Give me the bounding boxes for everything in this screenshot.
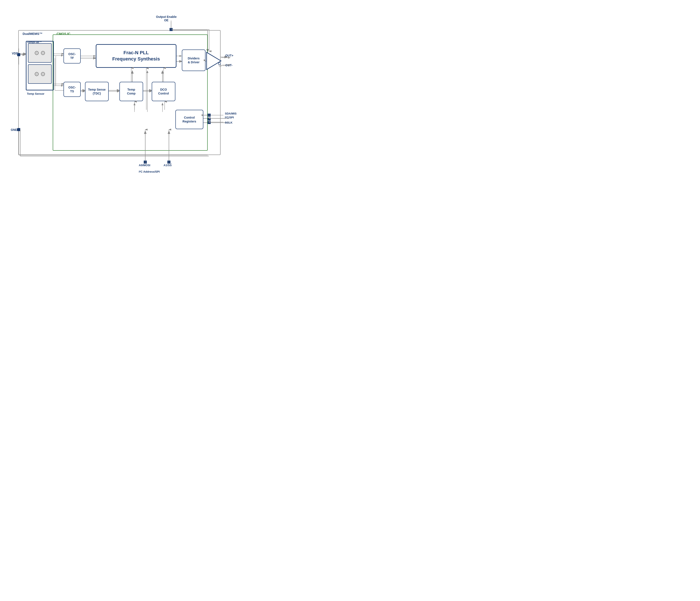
a0-mosi-label: A0/MOSI bbox=[139, 164, 150, 167]
temp-sense-block: Temp Sense (TDC) bbox=[85, 82, 109, 101]
dividers-driver-block: Dividers & Driver bbox=[182, 49, 205, 71]
vdd-pin bbox=[17, 53, 20, 56]
a1-ss-pin bbox=[168, 161, 170, 164]
osc-tf-block: OSC- TF bbox=[64, 48, 81, 64]
sclk-label: SCLK bbox=[225, 121, 232, 124]
frac-n-pll-block: Frac-N PLL Frequency Synthesis bbox=[96, 44, 176, 68]
a0-mosi-pin bbox=[144, 161, 147, 164]
output-enable-label: Output Enable OE bbox=[156, 15, 177, 22]
dualmems-label: DualMEMS™ bbox=[23, 32, 43, 35]
osc-ts-block: OSC- TS bbox=[64, 82, 81, 97]
i2c-spi-pin bbox=[208, 118, 211, 121]
sda-miso-pin bbox=[208, 114, 211, 117]
temp-sensor-resonator: ⚙⚙ bbox=[28, 64, 52, 84]
svg-marker-33 bbox=[206, 52, 221, 70]
svg-point-34 bbox=[219, 63, 221, 65]
temp-comp-block: Temp Comp bbox=[120, 82, 143, 101]
temp-sensor-label: Temp Sensor bbox=[27, 92, 44, 95]
a1-ss-label: A1/SS bbox=[164, 164, 172, 167]
dco-control-block: DCO Control bbox=[152, 82, 175, 101]
sclk-pin bbox=[208, 121, 211, 124]
cmos-ic-label: CMOS IC bbox=[57, 32, 70, 35]
block-diagram: DualMEMS™ CMOS IC ⚙⚙ ⚙⚙ TempFlat™ Temp S… bbox=[5, 8, 231, 185]
control-registers-block: Control Registers bbox=[175, 110, 203, 129]
oe-pin bbox=[170, 28, 173, 31]
i2c-spi-label: I²C/SPI bbox=[225, 116, 234, 119]
i2c-address-spi-label: I²C Address/SPI bbox=[139, 170, 160, 173]
gnd-pin bbox=[17, 128, 20, 131]
out-plus-label: OUT+ bbox=[225, 54, 233, 57]
amplifier-triangle bbox=[205, 51, 223, 71]
sda-miso-label: SDA/MISO bbox=[225, 112, 237, 115]
out-minus-label: OUT- bbox=[225, 64, 232, 67]
gnd-label: GND bbox=[11, 128, 18, 131]
osc-tf-resonator: ⚙⚙ bbox=[28, 43, 52, 63]
tempflat-box: ⚙⚙ ⚙⚙ bbox=[26, 41, 54, 90]
tempflat-label: TempFlat™ bbox=[27, 41, 42, 44]
